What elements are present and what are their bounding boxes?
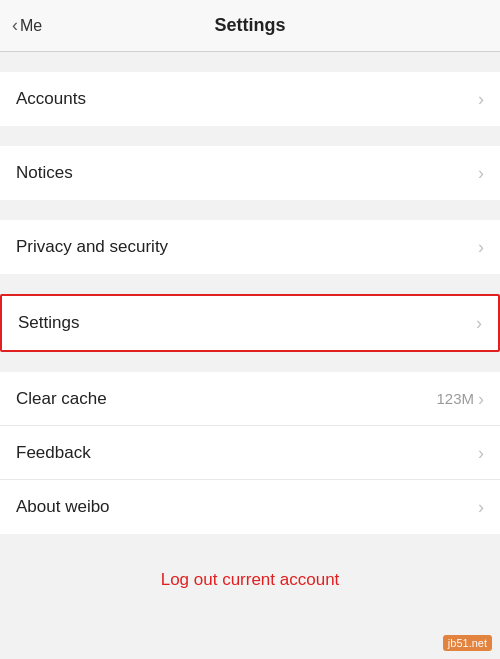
menu-item-value-clear-cache: 123M xyxy=(436,390,474,407)
chevron-right-icon: › xyxy=(478,444,484,462)
menu-group-group5: Clear cache123M›Feedback›About weibo› xyxy=(0,372,500,534)
logout-section: Log out current account xyxy=(0,554,500,606)
page-title: Settings xyxy=(214,15,285,36)
menu-item-label-clear-cache: Clear cache xyxy=(16,389,107,409)
menu-item-right-notices: › xyxy=(478,164,484,182)
menu-item-label-privacy: Privacy and security xyxy=(16,237,168,257)
watermark: jb51.net xyxy=(443,635,492,651)
menu-group-group4: Settings› xyxy=(0,294,500,352)
back-label: Me xyxy=(20,17,42,35)
menu-item-settings[interactable]: Settings› xyxy=(2,296,498,350)
menu-item-right-privacy: › xyxy=(478,238,484,256)
chevron-right-icon: › xyxy=(478,390,484,408)
chevron-right-icon: › xyxy=(478,164,484,182)
menu-item-label-settings: Settings xyxy=(18,313,79,333)
menu-item-right-clear-cache: 123M› xyxy=(436,390,484,408)
menu-item-label-accounts: Accounts xyxy=(16,89,86,109)
back-button[interactable]: ‹ Me xyxy=(12,15,42,36)
chevron-right-icon: › xyxy=(478,498,484,516)
menu-group-group1: Accounts› xyxy=(0,72,500,126)
menu-group-group2: Notices› xyxy=(0,146,500,200)
menu-group-group3: Privacy and security› xyxy=(0,220,500,274)
menu-item-label-about-weibo: About weibo xyxy=(16,497,110,517)
logout-button[interactable]: Log out current account xyxy=(161,570,340,590)
chevron-left-icon: ‹ xyxy=(12,15,18,36)
menu-item-clear-cache[interactable]: Clear cache123M› xyxy=(0,372,500,426)
menu-item-right-settings: › xyxy=(476,314,482,332)
header: ‹ Me Settings xyxy=(0,0,500,52)
menu-item-right-accounts: › xyxy=(478,90,484,108)
menu-item-notices[interactable]: Notices› xyxy=(0,146,500,200)
menu-item-right-about-weibo: › xyxy=(478,498,484,516)
chevron-right-icon: › xyxy=(476,314,482,332)
menu-item-accounts[interactable]: Accounts› xyxy=(0,72,500,126)
menu-item-label-feedback: Feedback xyxy=(16,443,91,463)
menu-item-feedback[interactable]: Feedback› xyxy=(0,426,500,480)
menu-item-label-notices: Notices xyxy=(16,163,73,183)
menu-item-privacy[interactable]: Privacy and security› xyxy=(0,220,500,274)
chevron-right-icon: › xyxy=(478,238,484,256)
menu-item-about-weibo[interactable]: About weibo› xyxy=(0,480,500,534)
menu-item-right-feedback: › xyxy=(478,444,484,462)
chevron-right-icon: › xyxy=(478,90,484,108)
